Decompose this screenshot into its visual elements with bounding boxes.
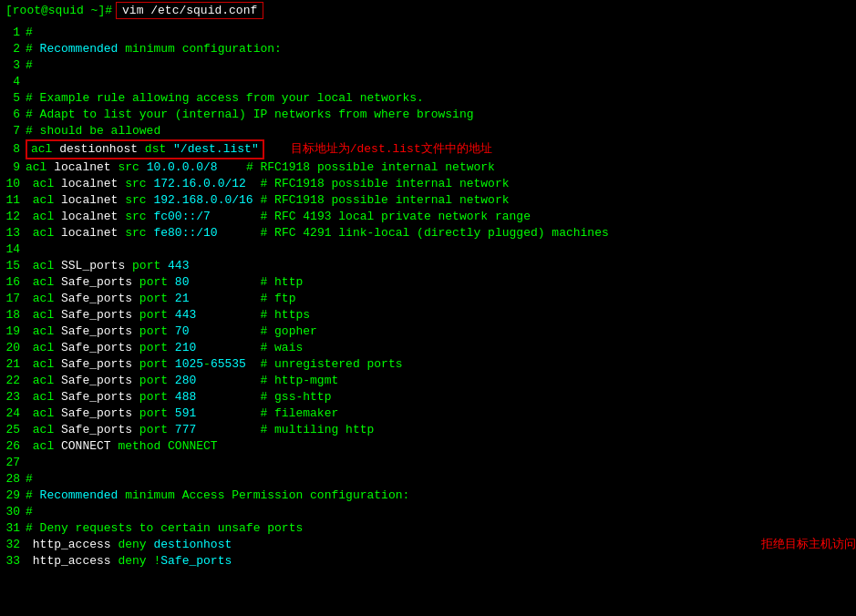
line-num-28: 28	[0, 471, 26, 488]
line-num-25: 25	[0, 422, 26, 438]
line-content-17: acl Safe_ports port 21 # ftp	[26, 291, 856, 307]
line-content-21: acl Safe_ports port 1025-65535 # unregis…	[26, 356, 856, 373]
line-content-32: http_access deny destionhost	[26, 537, 723, 553]
line-num-20: 20	[0, 340, 26, 356]
line-content-16: acl Safe_ports port 80 # http	[26, 274, 856, 291]
line-content-19: acl Safe_ports port 70 # gopher	[26, 323, 856, 340]
line-content-23: acl Safe_ports port 488 # gss-http	[26, 389, 856, 406]
line-num-18: 18	[0, 307, 26, 323]
shell-prompt: [root@squid ~]#	[5, 4, 112, 17]
line-content-28: #	[26, 471, 856, 488]
annotation-8: 目标地址为/dest.list文件中的地址	[279, 141, 492, 158]
line-24: 24 acl Safe_ports port 591 # filemaker	[0, 406, 856, 422]
terminal-content: 1 # 2 # Recommended minimum configuratio…	[0, 21, 856, 570]
line-num-15: 15	[0, 258, 26, 274]
line-num-6: 6	[0, 107, 26, 123]
line-num-4: 4	[0, 74, 26, 90]
title-bar: [root@squid ~]# vim /etc/squid.conf	[0, 0, 856, 21]
line-1: 1 #	[0, 25, 856, 41]
line-21: 21 acl Safe_ports port 1025-65535 # unre…	[0, 356, 856, 373]
line-num-2: 2	[0, 41, 26, 57]
line-num-21: 21	[0, 356, 26, 373]
line-23: 23 acl Safe_ports port 488 # gss-http	[0, 389, 856, 406]
line-27: 27	[0, 455, 856, 471]
line-11: 11 acl localnet src 192.168.0.0/16 # RFC…	[0, 192, 856, 209]
line-num-12: 12	[0, 209, 26, 225]
line-content-31: # Deny requests to certain unsafe ports	[26, 520, 856, 537]
line-num-32: 32	[0, 537, 26, 553]
line-19: 19 acl Safe_ports port 70 # gopher	[0, 323, 856, 340]
line-20: 20 acl Safe_ports port 210 # wais	[0, 340, 856, 356]
line-num-26: 26	[0, 438, 26, 455]
line-30: 30 #	[0, 504, 856, 520]
line-content-29: # Recommended minimum Access Permission …	[26, 488, 856, 504]
line-num-3: 3	[0, 57, 26, 74]
line-num-24: 24	[0, 406, 26, 422]
line-22: 22 acl Safe_ports port 280 # http-mgmt	[0, 373, 856, 389]
line-content-12: acl localnet src fc00::/7 # RFC 4193 loc…	[26, 209, 856, 225]
line-content-2: # Recommended minimum configuration:	[26, 41, 856, 57]
line-num-19: 19	[0, 323, 26, 340]
line-8: 8 acl destionhost dst "/dest.list" 目标地址为…	[0, 139, 856, 159]
line-33: 33 http_access deny !Safe_ports	[0, 553, 856, 570]
line-content-26: acl CONNECT method CONNECT	[26, 438, 856, 455]
line-12: 12 acl localnet src fc00::/7 # RFC 4193 …	[0, 209, 856, 225]
line-num-10: 10	[0, 176, 26, 192]
line-26: 26 acl CONNECT method CONNECT	[0, 438, 856, 455]
line-content-5: # Example rule allowing access from your…	[26, 90, 856, 107]
line-content-11: acl localnet src 192.168.0.0/16 # RFC191…	[26, 192, 856, 209]
line-num-31: 31	[0, 520, 26, 537]
line-content-15: acl SSL_ports port 443	[26, 258, 856, 274]
line-content-13: acl localnet src fe80::/10 # RFC 4291 li…	[26, 225, 856, 241]
line-7: 7 # should be allowed	[0, 123, 856, 139]
line-num-7: 7	[0, 123, 26, 139]
line-num-14: 14	[0, 241, 26, 258]
line-4: 4	[0, 74, 856, 90]
line-content-8: acl destionhost dst "/dest.list"	[26, 139, 264, 159]
line-num-8: 8	[0, 141, 26, 158]
line-3: 3 #	[0, 57, 856, 74]
line-num-27: 27	[0, 455, 26, 471]
line-content-20: acl Safe_ports port 210 # wais	[26, 340, 856, 356]
line-content-9: acl localnet src 10.0.0.0/8 # RFC1918 po…	[26, 159, 856, 176]
line-content-18: acl Safe_ports port 443 # https	[26, 307, 856, 323]
line-content-22: acl Safe_ports port 280 # http-mgmt	[26, 373, 856, 389]
line-31: 31 # Deny requests to certain unsafe por…	[0, 520, 856, 537]
line-content-30: #	[26, 504, 856, 520]
line-num-13: 13	[0, 225, 26, 241]
line-9: 9 acl localnet src 10.0.0.0/8 # RFC1918 …	[0, 159, 856, 176]
line-25: 25 acl Safe_ports port 777 # multiling h…	[0, 422, 856, 438]
line-content-10: acl localnet src 172.16.0.0/12 # RFC1918…	[26, 176, 856, 192]
line-num-22: 22	[0, 373, 26, 389]
line-num-11: 11	[0, 192, 26, 209]
line-num-1: 1	[0, 25, 26, 41]
line-content-1: #	[26, 25, 856, 41]
line-content-6: # Adapt to list your (internal) IP netwo…	[26, 107, 856, 123]
annotation-32: 拒绝目标主机访问	[737, 537, 856, 553]
line-15: 15 acl SSL_ports port 443	[0, 258, 856, 274]
line-num-17: 17	[0, 291, 26, 307]
line-16: 16 acl Safe_ports port 80 # http	[0, 274, 856, 291]
line-content-3: #	[26, 57, 856, 74]
line-13: 13 acl localnet src fe80::/10 # RFC 4291…	[0, 225, 856, 241]
line-28: 28 #	[0, 471, 856, 488]
line-18: 18 acl Safe_ports port 443 # https	[0, 307, 856, 323]
line-num-30: 30	[0, 504, 26, 520]
line-num-33: 33	[0, 553, 26, 570]
line-29: 29 # Recommended minimum Access Permissi…	[0, 488, 856, 504]
line-num-16: 16	[0, 274, 26, 291]
command-box: vim /etc/squid.conf	[116, 2, 263, 19]
line-5: 5 # Example rule allowing access from yo…	[0, 90, 856, 107]
line-14: 14	[0, 241, 856, 258]
line-17: 17 acl Safe_ports port 21 # ftp	[0, 291, 856, 307]
line-content-7: # should be allowed	[26, 123, 856, 139]
line-content-24: acl Safe_ports port 591 # filemaker	[26, 406, 856, 422]
line-num-5: 5	[0, 90, 26, 107]
line-num-9: 9	[0, 159, 26, 176]
line-6: 6 # Adapt to list your (internal) IP net…	[0, 107, 856, 123]
line-num-29: 29	[0, 488, 26, 504]
line-10: 10 acl localnet src 172.16.0.0/12 # RFC1…	[0, 176, 856, 192]
line-content-25: acl Safe_ports port 777 # multiling http	[26, 422, 856, 438]
line-num-23: 23	[0, 389, 26, 406]
terminal: [root@squid ~]# vim /etc/squid.conf 1 # …	[0, 0, 856, 616]
